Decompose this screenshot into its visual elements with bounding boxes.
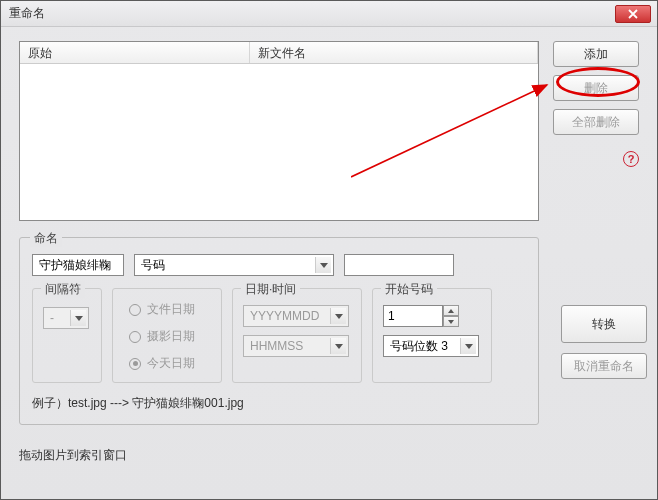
digits-combo[interactable]: 号码位数 3 [383, 335, 479, 357]
naming-combo-value: 号码 [141, 257, 165, 274]
top-row: 原始 新文件名 添加 删除 全部删除 ? [19, 41, 639, 221]
extra-text-input[interactable] [344, 254, 454, 276]
time-format-value: HHMMSS [250, 339, 303, 353]
spinner-down[interactable] [443, 316, 459, 327]
chevron-down-icon [330, 308, 346, 324]
cancel-rename-button[interactable]: 取消重命名 [561, 353, 647, 379]
naming-combo[interactable]: 号码 [134, 254, 334, 276]
close-button[interactable] [615, 5, 651, 23]
naming-group: 命名 号码 间隔符 - [19, 237, 539, 425]
naming-row-1: 号码 [32, 254, 526, 276]
start-number-label: 开始号码 [381, 281, 437, 298]
chevron-down-icon [448, 320, 454, 324]
chevron-down-icon [460, 338, 476, 354]
chevron-down-icon [315, 257, 331, 273]
help-icon[interactable]: ? [623, 151, 639, 167]
radio-icon [129, 331, 141, 343]
radio-today[interactable]: 今天日期 [129, 355, 205, 372]
chevron-up-icon [448, 309, 454, 313]
naming-row-2: 间隔符 - 文件日期 [32, 288, 526, 383]
column-newname[interactable]: 新文件名 [250, 42, 538, 63]
start-number-spinner[interactable] [383, 305, 481, 327]
spinner-up[interactable] [443, 305, 459, 316]
drag-hint: 拖动图片到索引窗口 [19, 447, 639, 464]
date-format-combo[interactable]: YYYYMMDD [243, 305, 349, 327]
datetime-label: 日期·时间 [241, 281, 300, 298]
example-text: 例子）test.jpg ---> 守护猫娘绯鞠001.jpg [32, 395, 526, 412]
add-button[interactable]: 添加 [553, 41, 639, 67]
file-list[interactable]: 原始 新文件名 [19, 41, 539, 221]
window-title: 重命名 [9, 5, 45, 22]
right-actions: 转换 取消重命名 [561, 305, 647, 379]
start-number-input[interactable] [383, 305, 443, 327]
separator-group: 间隔符 - [32, 288, 102, 383]
datetime-group: 日期·时间 YYYYMMDD HHMMSS [232, 288, 362, 383]
radio-file-date[interactable]: 文件日期 [129, 301, 205, 318]
separator-label: 间隔符 [41, 281, 85, 298]
titlebar: 重命名 [1, 1, 657, 27]
date-format-value: YYYYMMDD [250, 309, 319, 323]
rename-dialog: 重命名 原始 新文件名 添加 删除 全部删除 ? [0, 0, 658, 500]
naming-group-label: 命名 [30, 230, 62, 247]
delete-button[interactable]: 删除 [553, 75, 639, 101]
start-number-group: 开始号码 号码位数 3 [372, 288, 492, 383]
close-icon [628, 9, 638, 19]
base-name-input[interactable] [32, 254, 124, 276]
chevron-down-icon [330, 338, 346, 354]
dialog-body: 原始 新文件名 添加 删除 全部删除 ? 命名 号码 [1, 27, 657, 499]
date-source-group: 文件日期 摄影日期 今天日期 [112, 288, 222, 383]
delete-all-button[interactable]: 全部删除 [553, 109, 639, 135]
convert-button[interactable]: 转换 [561, 305, 647, 343]
separator-value: - [50, 311, 54, 325]
chevron-down-icon [70, 310, 86, 326]
radio-icon [129, 358, 141, 370]
radio-icon [129, 304, 141, 316]
separator-combo[interactable]: - [43, 307, 89, 329]
radio-shoot-date[interactable]: 摄影日期 [129, 328, 205, 345]
time-format-combo[interactable]: HHMMSS [243, 335, 349, 357]
column-original[interactable]: 原始 [20, 42, 250, 63]
side-buttons: 添加 删除 全部删除 ? [553, 41, 639, 221]
digits-value: 号码位数 3 [390, 338, 448, 355]
list-header: 原始 新文件名 [20, 42, 538, 64]
